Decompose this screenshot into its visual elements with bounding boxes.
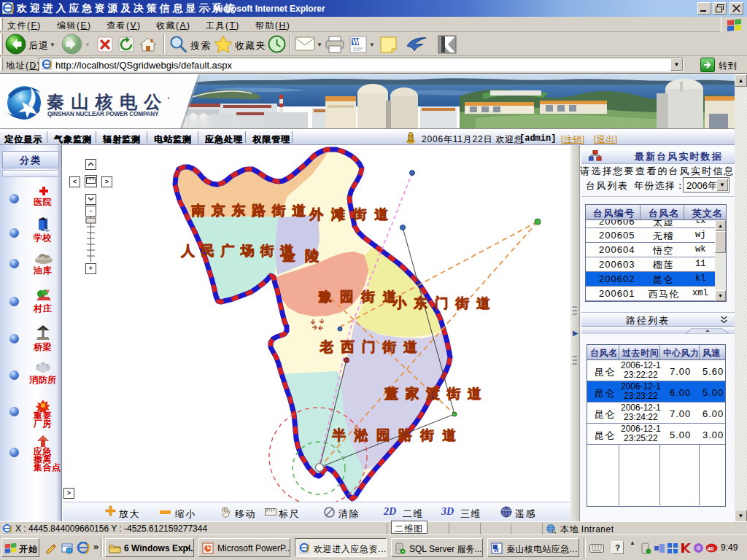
svg-text:40: 40 <box>708 545 714 552</box>
svg-text:W: W <box>494 548 499 553</box>
svg-text:W: W <box>352 38 360 46</box>
